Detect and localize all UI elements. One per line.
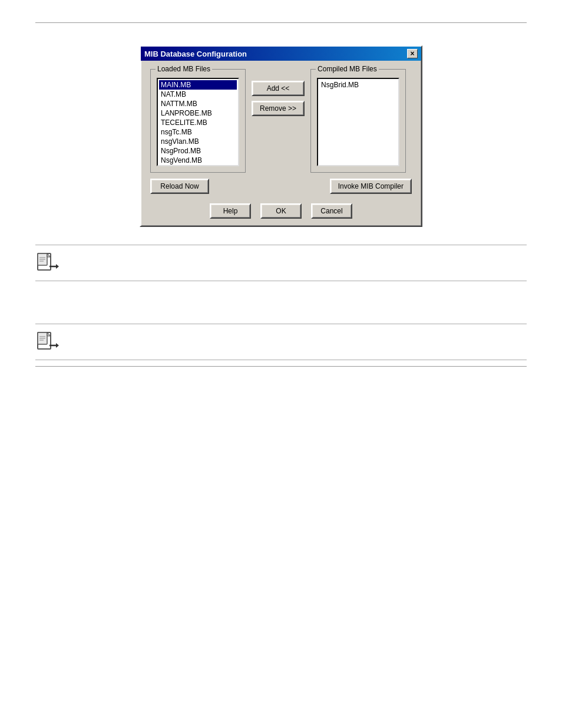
remove-button[interactable]: Remove >> [252,101,305,116]
dialog-titlebar: MIB Database Configuration × [141,47,421,61]
loaded-group-label: Loaded MB Files [156,65,212,73]
dialog-title: MIB Database Configuration [144,50,247,58]
note-section-2 [35,324,527,360]
note-section-1 [35,245,527,281]
dialog-panels: Loaded MB Files MAIN.MB NAT.MB NATTM.MB … [150,69,412,173]
compiled-mb-files-group: Compiled MB Files NsgBrid.MB [310,69,406,173]
list-item[interactable]: NsgBrid.MB [319,80,397,90]
add-button[interactable]: Add << [252,81,305,96]
dialog-body: Loaded MB Files MAIN.MB NAT.MB NATTM.MB … [141,61,421,226]
loaded-files-listbox[interactable]: MAIN.MB NAT.MB NATTM.MB LANPROBE.MB TECE… [157,78,239,166]
page-wrapper: MIB Database Configuration × Loaded MB F… [0,0,562,728]
invoke-compiler-button[interactable]: Invoke MIB Compiler [330,179,412,194]
ok-button[interactable]: OK [260,203,302,219]
loaded-mb-files-group: Loaded MB Files MAIN.MB NAT.MB NATTM.MB … [150,69,246,173]
list-item[interactable]: NsgVend.MB [159,156,237,165]
svg-marker-4 [56,264,59,269]
note-icon-1 [35,251,59,275]
compiled-group-label: Compiled MB Files [316,65,379,73]
list-item[interactable]: MAIN.MB [159,80,237,90]
close-button[interactable]: × [407,49,418,58]
dialog-footer: Help OK Cancel [150,203,412,219]
compiled-files-listbox[interactable]: NsgBrid.MB [317,78,399,166]
svg-marker-12 [56,343,59,348]
list-item[interactable]: NsgProd.MB [159,146,237,156]
reload-panel: Reload Now [150,179,209,194]
help-button[interactable]: Help [210,203,251,219]
top-separator [35,22,527,23]
list-item[interactable]: LANPROBE.MB [159,108,237,118]
invoke-panel: Invoke MIB Compiler [330,179,412,194]
list-item[interactable]: TECELITE.MB [159,118,237,127]
spacer-1 [35,291,527,314]
bottom-separator [35,366,527,367]
dialog-area: MIB Database Configuration × Loaded MB F… [0,34,562,245]
cancel-button[interactable]: Cancel [311,203,352,219]
mib-dialog: MIB Database Configuration × Loaded MB F… [140,45,422,227]
list-item[interactable]: nsgTc.MB [159,127,237,137]
bottom-panels: Reload Now Invoke MIB Compiler [150,179,412,194]
reload-now-button[interactable]: Reload Now [150,179,209,194]
list-item[interactable]: nsgVlan.MB [159,137,237,146]
middle-buttons: Add << Remove >> [252,69,305,116]
note-icon-2 [35,330,59,354]
list-item[interactable]: NATTM.MB [159,99,237,108]
list-item[interactable]: NAT.MB [159,90,237,99]
